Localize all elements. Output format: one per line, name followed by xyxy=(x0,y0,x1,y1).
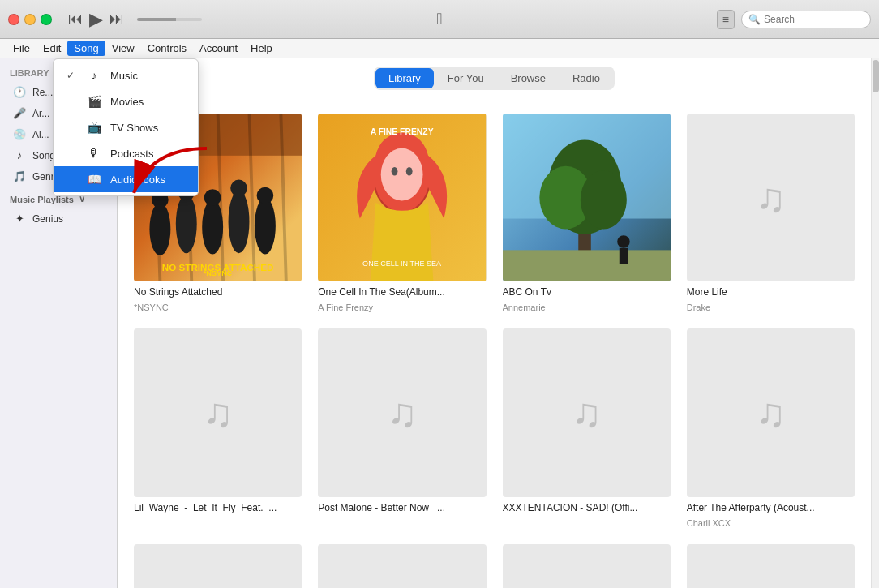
search-box[interactable]: 🔍 xyxy=(741,11,871,28)
album-art-frenzy: A FINE FRENZY ONE CELL IN THE SEA xyxy=(318,114,486,281)
audiobooks-icon: 📖 xyxy=(86,171,102,187)
music-icon: ♪ xyxy=(86,67,102,84)
album-unknown-2[interactable]: ♫ xyxy=(318,544,486,589)
minimize-button[interactable] xyxy=(24,14,36,25)
svg-point-21 xyxy=(381,148,423,201)
song-dropdown-menu: ✓ ♪ Music 🎬 Movies 📺 TV Shows 🎙 Podcasts… xyxy=(53,58,199,196)
album-artist-abc: Annemarie xyxy=(503,303,671,312)
music-note-icon-2: ♫ xyxy=(203,389,234,436)
tab-for-you[interactable]: For You xyxy=(435,68,497,88)
music-note-icon-3: ♫ xyxy=(387,389,418,436)
album-grid: NO STRINGS ATTACHED No Strings Attatched… xyxy=(118,97,871,588)
sidebar-item-albums-label: Al... xyxy=(32,129,49,140)
menu-controls[interactable]: Controls xyxy=(141,41,193,56)
sidebar-item-genius[interactable]: ✦ Genius xyxy=(3,208,114,229)
svg-point-23 xyxy=(406,167,413,175)
dropdown-music-label: Music xyxy=(110,70,138,82)
scrollbar-thumb[interactable] xyxy=(873,60,879,92)
maximize-button[interactable] xyxy=(41,14,52,25)
album-title-nsync: No Strings Attatched xyxy=(134,286,302,298)
menu-account[interactable]: Account xyxy=(193,41,244,56)
album-art-unknown-3: ♫ xyxy=(503,544,671,589)
svg-text:A FINE FRENZY: A FINE FRENZY xyxy=(371,127,434,136)
content-scrollbar[interactable] xyxy=(871,58,879,588)
album-title-afterparty: After The Afterparty (Acoust... xyxy=(687,502,855,513)
mic-icon: 🎤 xyxy=(13,107,26,119)
album-art-unknown-1: ♫ xyxy=(134,544,302,589)
album-artist-frenzy: A Fine Frenzy xyxy=(318,303,486,312)
dropdown-audiobooks[interactable]: 📖 Audiobooks xyxy=(54,166,198,192)
album-artist-more-life: Drake xyxy=(687,303,855,312)
music-note-icon-5: ♫ xyxy=(756,389,787,436)
search-icon: 🔍 xyxy=(748,14,761,25)
dropdown-music[interactable]: ✓ ♪ Music xyxy=(54,62,198,88)
album-lil-wayne[interactable]: ♫ Lil_Wayne_-_Let_It_Fly_Feat._... xyxy=(134,328,302,527)
svg-point-12 xyxy=(255,198,276,255)
fast-forward-button[interactable]: ⏭ xyxy=(109,11,124,28)
check-icon: ✓ xyxy=(66,70,78,81)
dropdown-podcasts[interactable]: 🎙 Podcasts xyxy=(54,140,198,166)
svg-point-17 xyxy=(257,187,274,204)
svg-point-10 xyxy=(202,200,223,254)
music-note-icon: ♫ xyxy=(756,174,787,221)
album-afterparty[interactable]: ♫ After The Afterparty (Acoust... Charli… xyxy=(687,328,855,527)
svg-rect-34 xyxy=(619,248,627,264)
title-bar-right: ≡ 🔍 xyxy=(717,10,871,29)
tab-browse[interactable]: Browse xyxy=(498,68,559,88)
music-note-icon-4: ♫ xyxy=(571,389,602,436)
album-title-xxxtentacion: XXXTENTACION - SAD! (Offi... xyxy=(503,502,671,513)
album-artist-nsync: *NSYNC xyxy=(134,303,302,312)
svg-point-33 xyxy=(617,235,630,248)
podcasts-icon: 🎙 xyxy=(86,145,102,161)
album-unknown-1[interactable]: ♫ xyxy=(134,544,302,589)
album-title-post-malone: Post Malone - Better Now _... xyxy=(318,502,486,513)
album-unknown-3[interactable]: ♫ xyxy=(503,544,671,589)
menu-help[interactable]: Help xyxy=(244,41,279,56)
menu-song[interactable]: Song xyxy=(67,41,105,56)
svg-rect-32 xyxy=(503,250,671,281)
tabs-bar: Library For You Browse Radio xyxy=(118,58,871,97)
sidebar-item-recently-added-label: Re... xyxy=(32,87,53,98)
search-input[interactable] xyxy=(764,14,861,25)
album-art-unknown-4: ♫ xyxy=(687,544,855,589)
tvshows-icon: 📺 xyxy=(86,119,102,135)
album-title-abc: ABC On Tv xyxy=(503,286,671,298)
album-art-afterparty: ♫ xyxy=(687,328,855,496)
menu-edit[interactable]: Edit xyxy=(36,41,67,56)
tab-radio[interactable]: Radio xyxy=(560,68,613,88)
album-more-life[interactable]: ♫ More Life Drake xyxy=(687,114,855,312)
album-art-abc xyxy=(503,114,671,281)
dropdown-tvshows[interactable]: 📺 TV Shows xyxy=(54,114,198,140)
album-title-frenzy: One Cell In The Sea(Album... xyxy=(318,286,486,298)
movies-icon: 🎬 xyxy=(86,93,102,109)
volume-slider[interactable] xyxy=(137,18,202,21)
clock-icon: 🕐 xyxy=(13,86,26,98)
album-abc[interactable]: ABC On Tv Annemarie xyxy=(503,114,671,312)
album-post-malone[interactable]: ♫ Post Malone - Better Now _... xyxy=(318,328,486,527)
svg-point-9 xyxy=(176,195,197,254)
svg-point-8 xyxy=(149,203,170,255)
album-art-more-life: ♫ xyxy=(687,114,855,281)
note-icon: ♪ xyxy=(13,149,26,161)
window-controls xyxy=(8,14,52,25)
rewind-button[interactable]: ⏮ xyxy=(68,11,83,28)
list-view-button[interactable]: ≡ xyxy=(717,10,735,29)
play-button[interactable]: ▶ xyxy=(89,9,103,30)
svg-point-22 xyxy=(392,167,398,175)
album-art-lil-wayne: ♫ xyxy=(134,328,302,496)
album-title-lil-wayne: Lil_Wayne_-_Let_It_Fly_Feat._... xyxy=(134,502,302,513)
title-bar: ⏮ ▶ ⏭  ≡ 🔍 xyxy=(0,0,879,39)
menu-file[interactable]: File xyxy=(6,41,36,56)
album-frenzy[interactable]: A FINE FRENZY ONE CELL IN THE SEA One Ce… xyxy=(318,114,486,312)
album-unknown-4[interactable]: ♫ xyxy=(687,544,855,589)
tab-library[interactable]: Library xyxy=(375,68,434,88)
dropdown-movies-label: Movies xyxy=(110,96,144,108)
close-button[interactable] xyxy=(8,14,19,25)
svg-point-11 xyxy=(229,191,250,254)
dropdown-movies[interactable]: 🎬 Movies xyxy=(54,88,198,114)
sidebar-item-genius-label: Genius xyxy=(32,213,63,225)
album-xxxtentacion[interactable]: ♫ XXXTENTACION - SAD! (Offi... xyxy=(503,328,671,527)
menu-view[interactable]: View xyxy=(105,41,141,56)
album-art-xxxtentacion: ♫ xyxy=(503,328,671,496)
dropdown-podcasts-label: Podcasts xyxy=(110,148,153,160)
